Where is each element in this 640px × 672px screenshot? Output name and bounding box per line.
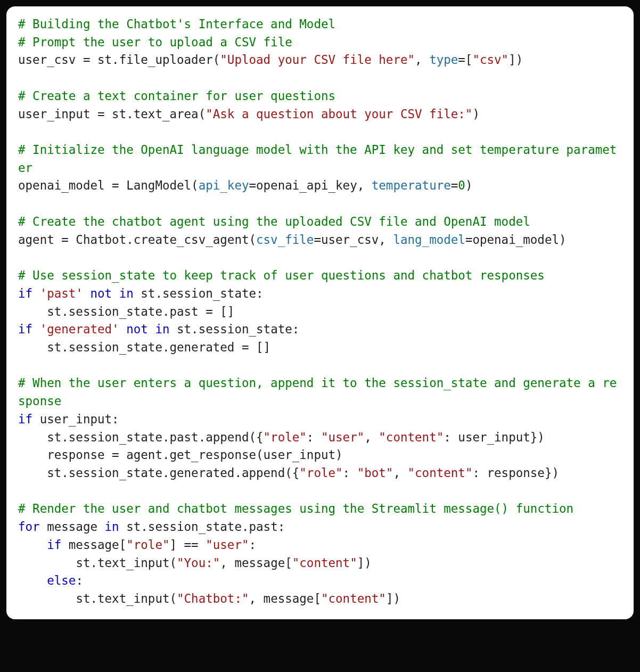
code-token: # Create the chatbot agent using the upl… xyxy=(18,215,530,228)
code-token: temperature xyxy=(372,178,451,192)
code-token: st.text_input( xyxy=(18,592,177,605)
code-token: =user_csv, xyxy=(314,233,393,247)
code-token: if xyxy=(18,412,32,426)
code-token: 'past' xyxy=(40,286,83,300)
code-token: not in xyxy=(126,322,169,336)
code-token: 'generated' xyxy=(40,322,119,336)
code-token: st.session_state.generated.append({ xyxy=(18,466,299,480)
code-token: : xyxy=(76,573,83,587)
code-token: =[ xyxy=(458,53,472,67)
code-token: if xyxy=(18,286,32,300)
code-token: =openai_model) xyxy=(465,233,567,247)
code-token: ] == xyxy=(169,538,206,552)
code-token: st.session_state.past = [] xyxy=(18,305,234,318)
code-token xyxy=(119,322,127,336)
code-token: ]) xyxy=(357,556,372,570)
code-token: for xyxy=(18,520,40,534)
code-token: st.session_state.generated = [] xyxy=(18,340,270,354)
code-token: type xyxy=(429,53,458,67)
code-token: : xyxy=(249,538,257,552)
code-token xyxy=(32,322,40,336)
code-token: "user" xyxy=(206,538,249,552)
code-token: "role" xyxy=(299,466,342,480)
code-token: "role" xyxy=(126,538,169,552)
code-token: not in xyxy=(90,286,133,300)
code-token xyxy=(32,286,40,300)
code-token: response = agent.get_response(user_input… xyxy=(18,448,343,462)
code-token: , xyxy=(415,53,429,67)
code-token: message[ xyxy=(61,538,126,552)
code-token: st.session_state: xyxy=(169,322,299,336)
code-token: "role" xyxy=(264,430,307,444)
code-token: 0 xyxy=(458,178,465,192)
code-token: "content" xyxy=(321,592,386,605)
code-token: # When the user enters a question, appen… xyxy=(18,376,617,408)
code-token: st.text_input( xyxy=(18,556,177,570)
code-token: : xyxy=(343,466,357,480)
code-token: "csv" xyxy=(472,53,508,67)
code-token: openai_model = LangModel( xyxy=(18,178,199,192)
code-token: ) xyxy=(472,107,480,121)
code-token: , message[ xyxy=(249,592,321,605)
code-token: ]) xyxy=(508,53,523,67)
code-token: = xyxy=(451,178,458,192)
code-token: "bot" xyxy=(357,466,393,480)
code-token: "content" xyxy=(408,466,473,480)
code-token: , xyxy=(393,466,407,480)
code-token: # Prompt the user to upload a CSV file xyxy=(18,35,292,49)
code-token: else xyxy=(47,573,76,587)
code-token: "user" xyxy=(321,430,364,444)
code-token: : response}) xyxy=(472,466,559,480)
code-token: "content" xyxy=(292,556,357,570)
code-token: if xyxy=(47,538,61,552)
code-token: agent = Chatbot.create_csv_agent( xyxy=(18,233,256,247)
code-token: # Create a text container for user quest… xyxy=(18,89,335,103)
code-token: user_input: xyxy=(32,412,119,426)
code-token xyxy=(83,286,91,300)
code-token: if xyxy=(18,322,32,336)
code-token: ]) xyxy=(386,592,400,605)
code-token: st.session_state: xyxy=(134,286,264,300)
code-token: # Initialize the OpenAI language model w… xyxy=(18,143,617,175)
code-token: lang_model xyxy=(393,233,465,247)
code-token: : xyxy=(307,430,321,444)
code-token: "Chatbot:" xyxy=(177,592,249,605)
code-token: st.session_state.past.append({ xyxy=(18,430,264,444)
code-token: in xyxy=(105,520,119,534)
code-token xyxy=(18,573,47,587)
code-block: # Building the Chatbot's Interface and M… xyxy=(6,6,634,619)
code-token: "You:" xyxy=(177,556,220,570)
code-token: st.session_state.past: xyxy=(119,520,285,534)
code-token: ) xyxy=(465,178,473,192)
code-token: # Render the user and chatbot messages u… xyxy=(18,502,573,515)
page-frame: # Building the Chatbot's Interface and M… xyxy=(0,0,640,626)
code-token: user_input = st.text_area( xyxy=(18,107,206,121)
code-content: # Building the Chatbot's Interface and M… xyxy=(18,17,617,605)
code-token: : user_input}) xyxy=(444,430,545,444)
code-token: csv_file xyxy=(256,233,314,247)
code-token: =openai_api_key, xyxy=(249,178,371,192)
code-token: # Use session_state to keep track of use… xyxy=(18,268,545,282)
code-token: "Upload your CSV file here" xyxy=(220,53,415,67)
code-token xyxy=(18,538,47,552)
code-token: user_csv = st.file_uploader( xyxy=(18,53,220,67)
code-token: "content" xyxy=(379,430,444,444)
code-token: message xyxy=(40,520,105,534)
code-token: , message[ xyxy=(220,556,292,570)
code-token: "Ask a question about your CSV file:" xyxy=(206,107,472,121)
code-token: api_key xyxy=(199,178,249,192)
code-token: # Building the Chatbot's Interface and M… xyxy=(18,17,335,31)
code-token: , xyxy=(364,430,379,444)
